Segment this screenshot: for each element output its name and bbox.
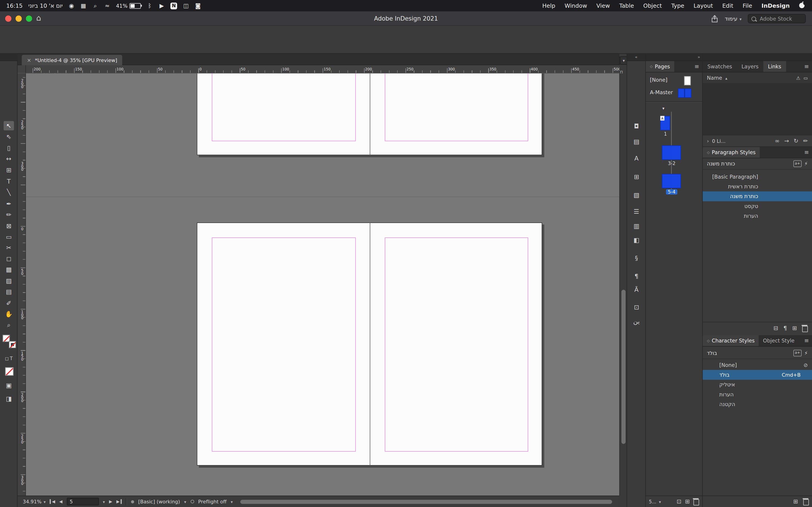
document-canvas[interactable] — [26, 73, 619, 496]
comments-icon[interactable]: ◘ — [631, 121, 642, 131]
delete-style-icon[interactable] — [802, 326, 808, 332]
menu-edit[interactable]: Edit — [717, 2, 738, 9]
character-style-row[interactable]: [None]⊘ — [703, 360, 812, 370]
workspace-switcher[interactable]: עימוד — [724, 16, 742, 22]
tab-character-styles[interactable]: ◇ Character Styles — [703, 335, 759, 346]
break-link-icon[interactable]: ⊘ — [804, 360, 808, 370]
style-group-icon[interactable]: ⊟ — [773, 325, 778, 332]
layers-panel-icon[interactable]: ◧ — [631, 235, 642, 245]
delete-style-icon[interactable] — [803, 499, 809, 505]
links-list[interactable] — [703, 84, 812, 135]
line-tool[interactable]: ╲ — [4, 188, 14, 197]
lightning-icon[interactable]: ⚡ — [804, 161, 808, 167]
zoom-window-button[interactable] — [26, 16, 32, 22]
panel-menu-icon[interactable]: ≡ — [804, 61, 809, 72]
relink-icon[interactable]: ∞ — [775, 137, 779, 145]
page-thumbnail[interactable] — [671, 174, 681, 188]
preflight-status[interactable]: Preflight off — [198, 499, 226, 504]
menu-window[interactable]: Window — [560, 2, 592, 9]
paragraph-panel-icon[interactable]: ¶ — [631, 271, 642, 282]
zoom-tool[interactable]: ⌕ — [4, 320, 14, 330]
apply-none-swatch[interactable] — [5, 368, 14, 376]
a-plus-icon[interactable]: a+ — [793, 350, 802, 356]
menu-layout[interactable]: Layout — [689, 2, 718, 9]
paragraph-style-row[interactable]: [Basic Paragraph] — [703, 172, 812, 181]
fill-stroke-swatch[interactable] — [2, 335, 16, 348]
vertical-scrollbar[interactable] — [619, 73, 627, 496]
home-icon[interactable]: ⌂ — [36, 13, 41, 23]
paragraph-style-row[interactable]: הערות — [703, 211, 812, 221]
page-thumbnail[interactable] — [671, 145, 681, 160]
master-thumb[interactable] — [684, 76, 691, 85]
pen-tool[interactable]: ✒ — [4, 199, 14, 209]
sort-icon[interactable] — [725, 75, 727, 80]
styles-panel-icon[interactable]: § — [631, 253, 642, 264]
close-window-button[interactable] — [5, 16, 11, 22]
new-style-icon[interactable]: ⊞ — [793, 498, 798, 505]
share-icon[interactable] — [711, 14, 718, 23]
control-center-icon[interactable]: ◉ — [68, 2, 74, 9]
page-size-icon[interactable]: ⊡ — [676, 498, 681, 505]
rectangle-tool[interactable]: ▭ — [4, 232, 14, 241]
eyedropper-tool[interactable]: ✐ — [4, 298, 14, 308]
goto-link-icon[interactable]: → — [784, 137, 789, 145]
master-thumb[interactable] — [678, 89, 685, 98]
hand-tool[interactable]: ✋ — [4, 309, 14, 319]
tab-object-style[interactable]: Object Style — [759, 335, 799, 346]
rectangle-frame-tool[interactable]: ⊠ — [4, 221, 14, 231]
stock-search[interactable] — [748, 14, 806, 23]
master-item[interactable]: A-Master — [646, 87, 703, 99]
character-style-row[interactable]: בולדCmd+B — [703, 370, 812, 380]
display-icon[interactable]: ◫ — [183, 2, 189, 9]
h-ruler[interactable]: 2001501005005010015020025030035040045050… — [26, 65, 619, 73]
close-icon[interactable]: × — [27, 57, 31, 63]
tab-paragraph-styles[interactable]: ◇ Paragraph Styles — [703, 147, 760, 158]
first-page-button[interactable]: ◀ — [50, 499, 55, 504]
page-thumbnail[interactable] — [662, 145, 671, 160]
spotlight-icon[interactable]: ⌕ — [92, 2, 98, 9]
preflight-profile[interactable]: [Basic] (working) — [138, 499, 180, 504]
master-item[interactable]: [None] — [646, 74, 703, 87]
update-link-icon[interactable]: ↻ — [794, 137, 798, 145]
master-thumb[interactable] — [685, 89, 692, 98]
gap-tool[interactable]: ↔ — [4, 154, 14, 163]
zoom-level-dropdown[interactable]: 34.91% — [23, 499, 46, 504]
panel-menu-icon[interactable]: ≡ — [804, 335, 809, 346]
paragraph-style-row[interactable]: כותרת ראשית — [703, 181, 812, 191]
page-dropdown-caret[interactable] — [103, 499, 105, 504]
spread-current[interactable] — [197, 223, 542, 465]
apple-menu-icon[interactable] — [799, 1, 806, 10]
page-tool[interactable]: ▯ — [4, 143, 14, 153]
pencil-tool[interactable]: ✏ — [4, 210, 14, 219]
conversations-icon[interactable]: ▤ — [631, 136, 642, 147]
character-style-row[interactable]: הערות — [703, 390, 812, 399]
gradient-feather-tool[interactable]: ▨ — [4, 276, 14, 286]
paragraph-style-row[interactable]: כותרת משנה — [703, 191, 812, 201]
keyboard-icon[interactable]: ▦ — [80, 2, 86, 9]
scissors-tool[interactable]: ✂ — [4, 243, 14, 252]
date[interactable]: יום א' 10 ביוני — [28, 2, 63, 9]
spread-previous[interactable] — [197, 73, 542, 155]
page-label[interactable]: 5-4 — [662, 189, 681, 194]
character-style-row[interactable]: איטליק — [703, 380, 812, 390]
horizontal-scrollbar[interactable] — [239, 499, 614, 504]
camera-icon[interactable]: ◙ — [195, 2, 201, 9]
ruler-origin-box[interactable] — [18, 65, 26, 73]
play-icon[interactable]: ▶ — [159, 2, 165, 9]
v-ruler[interactable]: 200250300050100150200250300 — [18, 73, 26, 496]
character-style-row[interactable]: הקטנה — [703, 399, 812, 409]
last-page-button[interactable]: ▶ — [116, 499, 122, 504]
menu-indesign[interactable]: InDesign — [757, 2, 794, 9]
page-number-field[interactable]: 5 — [67, 498, 99, 505]
a-plus-icon[interactable]: a+ — [793, 161, 802, 167]
next-page-button[interactable]: ▶ — [109, 499, 112, 504]
horizontal-scroll-thumb[interactable] — [240, 500, 612, 504]
menu-table[interactable]: Table — [615, 2, 639, 9]
menu-type[interactable]: Type — [667, 2, 689, 9]
tab-layers[interactable]: Layers — [737, 61, 763, 72]
notion-icon[interactable]: N — [170, 2, 177, 9]
clock[interactable]: 16:15 — [6, 2, 22, 9]
formatting-affects-buttons[interactable]: ◻T — [2, 356, 16, 361]
search-input[interactable] — [759, 15, 801, 22]
chevron-down-icon[interactable] — [659, 499, 661, 504]
